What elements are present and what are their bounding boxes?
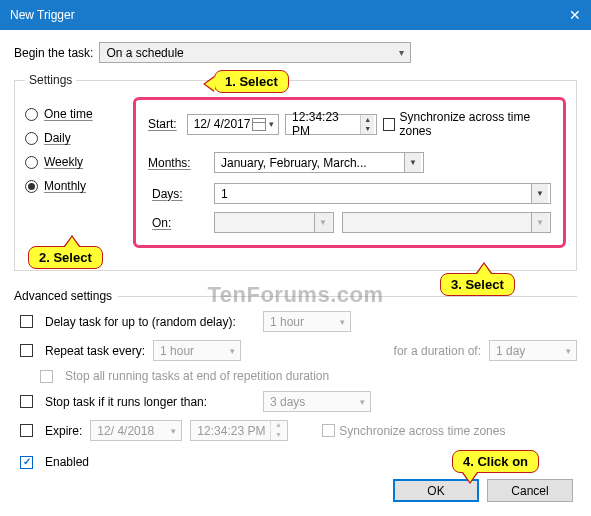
stop-if-checkbox[interactable] xyxy=(20,395,37,408)
checkbox-icon xyxy=(20,344,33,357)
stop-if-value: 3 days xyxy=(270,395,305,409)
on-ordinal-select: ▼ xyxy=(214,212,334,233)
radio-icon xyxy=(25,132,38,145)
advanced-settings-label: Advanced settings xyxy=(14,289,112,303)
chevron-down-icon: ▼ xyxy=(531,213,548,232)
start-date-picker[interactable]: 12/ 4/2017 ▾ xyxy=(187,114,279,135)
expire-date-value: 12/ 4/2018 xyxy=(97,424,154,438)
callout-2: 2. Select xyxy=(28,246,103,269)
chevron-down-icon: ▼ xyxy=(404,153,421,172)
duration-value: 1 day xyxy=(496,344,525,358)
stop-all-checkbox xyxy=(40,370,57,383)
radio-icon xyxy=(25,180,38,193)
radio-weekly-label: Weekly xyxy=(44,155,83,169)
calendar-icon xyxy=(252,118,266,131)
delay-label: Delay task for up to (random delay): xyxy=(45,315,255,329)
enabled-label: Enabled xyxy=(45,455,89,469)
expire-time-value: 12:34:23 PM xyxy=(197,424,265,438)
days-value: 1 xyxy=(221,187,228,201)
checkbox-icon xyxy=(20,456,33,469)
chevron-down-icon: ▾ xyxy=(357,397,368,407)
on-label: On: xyxy=(152,216,171,230)
radio-weekly[interactable]: Weekly xyxy=(25,155,133,169)
on-day-select: ▼ xyxy=(342,212,551,233)
stop-if-value-select: 3 days▾ xyxy=(263,391,371,412)
radio-icon xyxy=(25,156,38,169)
begin-task-label: Begin the task: xyxy=(14,46,93,60)
radio-on[interactable]: On: xyxy=(148,216,206,230)
schedule-panel: Start: 12/ 4/2017 ▾ 12:34:23 PM ▲▼ Synch… xyxy=(133,97,566,248)
callout-4: 4. Click on xyxy=(452,450,539,473)
stop-if-label: Stop task if it runs longer than: xyxy=(45,395,255,409)
start-time-picker[interactable]: 12:34:23 PM ▲▼ xyxy=(285,114,377,135)
delay-value: 1 hour xyxy=(270,315,304,329)
repeat-checkbox[interactable] xyxy=(20,344,37,357)
delay-checkbox[interactable] xyxy=(20,315,37,328)
expire-date-picker: 12/ 4/2018▾ xyxy=(90,420,182,441)
start-date-value: 12/ 4/2017 xyxy=(194,117,251,131)
delay-value-select: 1 hour▾ xyxy=(263,311,351,332)
months-label: Months: xyxy=(148,156,191,170)
cancel-button[interactable]: Cancel xyxy=(487,479,573,502)
checkbox-icon xyxy=(322,424,335,437)
checkbox-icon xyxy=(20,395,33,408)
chevron-down-icon: ▾ xyxy=(563,346,574,356)
begin-task-select[interactable]: On a schedule ▾ xyxy=(99,42,411,63)
stop-all-label: Stop all running tasks at end of repetit… xyxy=(65,369,329,383)
radio-monthly[interactable]: Monthly xyxy=(25,179,133,193)
chevron-down-icon: ▾ xyxy=(399,47,404,58)
chevron-down-icon: ▾ xyxy=(337,317,348,327)
chevron-down-icon: ▼ xyxy=(314,213,331,232)
days-label: Days: xyxy=(152,187,183,201)
close-icon[interactable]: ✕ xyxy=(541,7,581,23)
expire-checkbox[interactable] xyxy=(20,424,37,437)
radio-daily-label: Daily xyxy=(44,131,71,145)
radio-daily[interactable]: Daily xyxy=(25,131,133,145)
months-select[interactable]: January, February, March... ▼ xyxy=(214,152,424,173)
radio-monthly-label: Monthly xyxy=(44,179,86,193)
radio-icon xyxy=(25,108,38,121)
checkbox-icon xyxy=(20,424,33,437)
days-select[interactable]: 1 ▼ xyxy=(214,183,551,204)
settings-legend: Settings xyxy=(25,73,76,87)
start-label: Start: xyxy=(148,117,177,131)
duration-label: for a duration of: xyxy=(394,344,481,358)
repeat-value-select: 1 hour▾ xyxy=(153,340,241,361)
checkbox-icon xyxy=(383,118,395,131)
chevron-down-icon: ▾ xyxy=(168,426,179,436)
titlebar: New Trigger ✕ xyxy=(0,0,591,30)
chevron-down-icon: ▼ xyxy=(531,184,548,203)
settings-group: Settings One time Daily Weekly Monthly xyxy=(14,73,577,271)
sync2-label: Synchronize across time zones xyxy=(339,424,505,438)
repeat-label: Repeat task every: xyxy=(45,344,145,358)
duration-value-select: 1 day▾ xyxy=(489,340,577,361)
sync2-checkbox: Synchronize across time zones xyxy=(322,424,505,438)
repeat-value: 1 hour xyxy=(160,344,194,358)
spinner-icon: ▲▼ xyxy=(270,421,285,440)
sync-timezones-checkbox[interactable]: Synchronize across time zones xyxy=(383,110,551,138)
enabled-checkbox[interactable] xyxy=(20,456,37,469)
start-time-value: 12:34:23 PM xyxy=(292,110,356,138)
expire-time-picker: 12:34:23 PM ▲▼ xyxy=(190,420,288,441)
callout-1: 1. Select xyxy=(214,70,289,93)
spinner-icon[interactable]: ▲▼ xyxy=(360,115,374,134)
sync-timezones-label: Synchronize across time zones xyxy=(399,110,551,138)
radio-days[interactable]: Days: xyxy=(148,187,206,201)
expire-label: Expire: xyxy=(45,424,82,438)
callout-3: 3. Select xyxy=(440,273,515,296)
radio-one-time[interactable]: One time xyxy=(25,107,133,121)
checkbox-icon xyxy=(40,370,53,383)
begin-task-value: On a schedule xyxy=(106,46,183,60)
chevron-down-icon: ▾ xyxy=(227,346,238,356)
checkbox-icon xyxy=(20,315,33,328)
window-title: New Trigger xyxy=(10,8,75,22)
months-value: January, February, March... xyxy=(221,156,367,170)
chevron-down-icon: ▾ xyxy=(267,119,276,129)
radio-one-time-label: One time xyxy=(44,107,93,121)
